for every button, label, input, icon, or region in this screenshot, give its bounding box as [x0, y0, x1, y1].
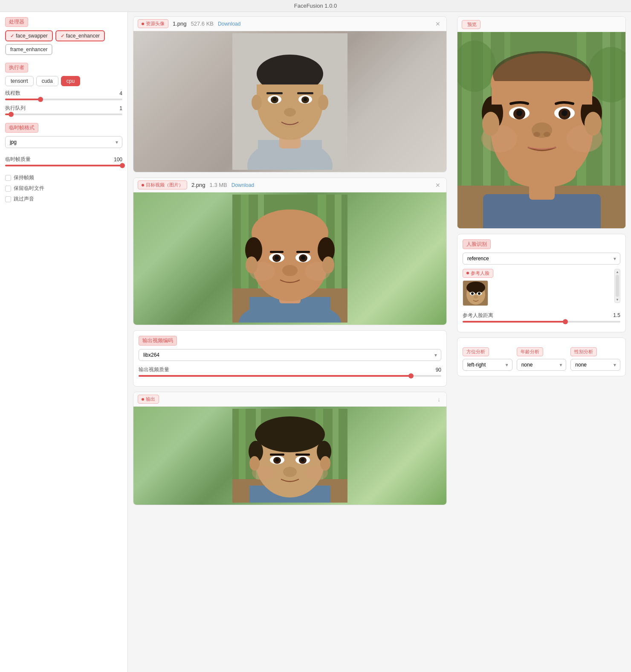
svg-point-108 [478, 292, 480, 295]
video-quality-thumb[interactable] [408, 373, 414, 378]
processor-label: 处理器 [5, 17, 28, 27]
source-badge: 资源头像 [138, 19, 168, 28]
scroll-track [616, 275, 619, 297]
direction-select[interactable]: left-right top-bottom none [463, 359, 512, 371]
title-bar: FaceFusion 1.0.0 [0, 0, 631, 12]
preview-badge-text: 预览 [467, 21, 477, 28]
svg-rect-84 [492, 81, 593, 92]
ref-distance-thumb[interactable] [563, 319, 568, 324]
queue-size-value: 1 [119, 105, 122, 111]
svg-point-62 [275, 458, 279, 462]
target-size: 1.3 MB [210, 182, 227, 188]
svg-point-38 [301, 256, 305, 260]
svg-point-101 [508, 158, 576, 188]
app-title: FaceFusion 1.0.0 [294, 3, 337, 9]
output-badge: 输出 [138, 395, 159, 404]
output-header: 输出 ↓ [133, 392, 446, 407]
ref-distance-row: 参考人脸距离 1.5 [463, 312, 620, 319]
temp-quality-slider[interactable] [5, 165, 122, 166]
queue-size-row: 执行队列 1 [5, 105, 122, 112]
scroll-down-icon[interactable]: ▼ [616, 298, 619, 302]
btn-cpu[interactable]: cpu [61, 76, 80, 86]
right-panel: 预览 [452, 12, 631, 672]
temp-quality-value: 100 [114, 157, 122, 163]
source-download-link[interactable]: Download [218, 21, 240, 27]
btn-face-enhancer[interactable]: ✓ face_enhancer [55, 30, 105, 41]
svg-point-37 [275, 256, 279, 260]
svg-point-68 [320, 456, 330, 471]
skip-audio-row: 跳过声音 [5, 195, 122, 203]
btn-tensorrt[interactable]: tensorrt [5, 76, 34, 86]
keep-fps-label: 保持帧频 [14, 174, 34, 181]
target-download-link[interactable]: Download [232, 182, 254, 188]
face-recognition-wrapper: reference one many ▼ [463, 253, 620, 265]
ref-face-section: 参考人脸 [463, 269, 620, 308]
gender-wrapper: none male female ▼ [570, 359, 620, 371]
output-dot [142, 398, 144, 401]
output-badge-text: 输出 [146, 396, 155, 402]
source-card: 资源头像 1.png 527.6 KB Download ✕ [133, 16, 447, 172]
svg-point-16 [252, 95, 262, 110]
svg-point-95 [533, 132, 540, 137]
btn-cuda[interactable]: cuda [36, 76, 58, 86]
svg-point-93 [562, 110, 567, 116]
svg-point-15 [284, 108, 296, 116]
thread-count-slider[interactable] [5, 99, 122, 100]
svg-rect-32 [296, 251, 310, 253]
video-encode-label: 输出视频编码 [139, 336, 177, 346]
queue-size-slider[interactable] [5, 113, 122, 115]
preview-image [457, 32, 625, 228]
skip-audio-checkbox[interactable] [5, 196, 11, 202]
age-select[interactable]: none child teen adult senior [517, 359, 567, 371]
svg-point-100 [585, 112, 602, 136]
tensorrt-label: tensorrt [11, 78, 28, 84]
keep-temp-row: 保留临时文件 [5, 185, 122, 192]
svg-point-99 [482, 112, 499, 136]
svg-point-28 [252, 209, 328, 256]
target-close-btn[interactable]: ✕ [434, 182, 442, 189]
face-recognition-label: 人脸识别 [463, 239, 491, 249]
ref-distance-label: 参考人脸距离 [463, 312, 493, 319]
thread-count-value: 4 [119, 90, 122, 96]
age-label: 年龄分析 [517, 347, 543, 356]
svg-rect-7 [266, 92, 283, 94]
svg-point-42 [246, 256, 258, 273]
keep-fps-row: 保持帧频 [5, 174, 122, 181]
video-encode-select[interactable]: libx264 libx265 libvpx-vp9 [139, 349, 441, 361]
svg-point-39 [282, 265, 298, 276]
btn-frame-enhancer[interactable]: frame_enhancer [5, 44, 52, 55]
thread-count-thumb[interactable] [38, 97, 43, 102]
preview-card: 预览 [457, 16, 626, 229]
video-quality-label: 输出视频质量 [139, 366, 169, 373]
ref-distance-slider[interactable] [463, 321, 620, 323]
face-recognition-section: 人脸识别 reference one many ▼ 参考人脸 [457, 234, 626, 332]
keep-fps-checkbox[interactable] [5, 175, 11, 181]
ref-face-scrollbar[interactable]: ▲ ▼ [614, 269, 620, 303]
video-quality-slider[interactable] [139, 375, 441, 377]
svg-rect-56 [270, 454, 284, 456]
analysis-row: 方位分析 left-right top-bottom none ▼ 年龄分 [463, 347, 620, 371]
svg-point-17 [318, 95, 328, 110]
svg-point-96 [544, 132, 550, 137]
source-close-btn[interactable]: ✕ [434, 20, 442, 27]
keep-temp-checkbox[interactable] [5, 186, 11, 192]
temp-quality-thumb[interactable] [120, 163, 125, 168]
queue-size-label: 执行队列 [5, 105, 26, 112]
gender-select[interactable]: none male female [570, 359, 620, 371]
btn-face-swapper[interactable]: ✓ face_swapper [5, 30, 53, 41]
checkboxes-section: 保持帧频 保留临时文件 跳过声音 [5, 174, 122, 203]
temp-quality-row: 临时帧质量 100 [5, 156, 122, 163]
scroll-up-icon[interactable]: ▲ [616, 270, 619, 274]
gender-analysis: 性别分析 none male female ▼ [570, 347, 620, 371]
processor-buttons: ✓ face_swapper ✓ face_enhancer [5, 30, 122, 41]
gender-label: 性别分析 [570, 347, 597, 356]
face-recognition-select[interactable]: reference one many [463, 253, 620, 265]
cuda-label: cuda [42, 78, 53, 84]
svg-rect-8 [297, 92, 313, 94]
temp-format-select[interactable]: jpg png webp [5, 136, 122, 148]
output-close-btn[interactable]: ↓ [436, 396, 442, 403]
keep-temp-label: 保留临时文件 [14, 185, 44, 192]
queue-size-thumb[interactable] [9, 112, 14, 117]
analysis-section: 方位分析 left-right top-bottom none ▼ 年龄分 [457, 337, 626, 376]
temp-format-label: 临时帧格式 [5, 123, 38, 133]
